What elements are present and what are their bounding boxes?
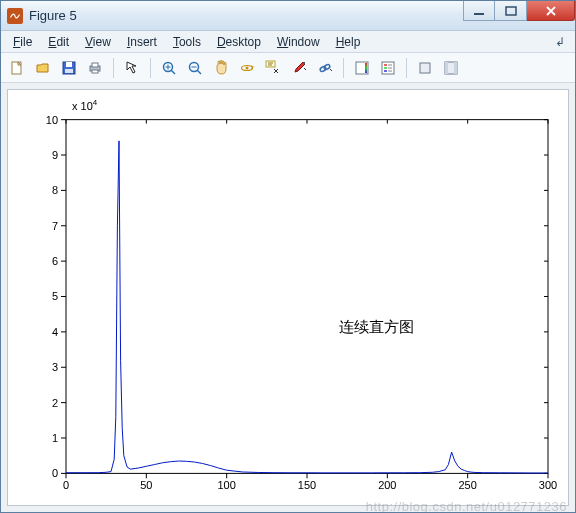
svg-rect-0: [474, 13, 484, 15]
window-title: Figure 5: [29, 8, 77, 23]
svg-rect-8: [92, 70, 98, 73]
svg-line-10: [171, 70, 175, 74]
legend-button[interactable]: [376, 56, 400, 80]
maximize-button[interactable]: [495, 1, 527, 21]
brush-button[interactable]: [287, 56, 311, 80]
menu-insert[interactable]: Insert: [119, 33, 165, 51]
pan-button[interactable]: [209, 56, 233, 80]
svg-rect-27: [365, 63, 367, 73]
rotate-button[interactable]: [235, 56, 259, 80]
toolbar-separator: [113, 58, 114, 78]
x-tick-label: 150: [298, 479, 316, 491]
y-tick-label: 5: [52, 291, 58, 303]
close-button[interactable]: [527, 1, 575, 21]
menu-file[interactable]: File: [5, 33, 40, 51]
y-tick-label: 4: [52, 326, 58, 338]
link-plot-button[interactable]: [313, 56, 337, 80]
chart-annotation: 连续直方图: [339, 319, 414, 335]
x-tick-label: 250: [458, 479, 476, 491]
axis-multiplier: x 104: [72, 98, 98, 112]
title-bar: Figure 5: [1, 1, 575, 31]
series-line: [66, 141, 548, 473]
hide-plot-tools-button[interactable]: [413, 56, 437, 80]
x-tick-label: 300: [539, 479, 557, 491]
app-icon: [7, 8, 23, 24]
toolbar-separator: [343, 58, 344, 78]
svg-rect-18: [266, 61, 275, 67]
minimize-button[interactable]: [463, 1, 495, 21]
y-tick-label: 7: [52, 220, 58, 232]
menu-desktop[interactable]: Desktop: [209, 33, 269, 51]
x-tick-label: 100: [217, 479, 235, 491]
figure-area: 050100150200250300012345678910x 104连续直方图…: [1, 83, 575, 512]
svg-rect-23: [303, 62, 305, 64]
menu-tools[interactable]: Tools: [165, 33, 209, 51]
y-tick-label: 6: [52, 255, 58, 267]
y-tick-label: 2: [52, 397, 58, 409]
toolbar-separator: [406, 58, 407, 78]
y-tick-label: 3: [52, 361, 58, 373]
menu-window[interactable]: Window: [269, 33, 328, 51]
y-tick-label: 0: [52, 467, 58, 479]
save-button[interactable]: [57, 56, 81, 80]
open-file-button[interactable]: [31, 56, 55, 80]
edit-plot-button[interactable]: [120, 56, 144, 80]
svg-rect-7: [92, 63, 98, 67]
show-plot-tools-button[interactable]: [439, 56, 463, 80]
axes-panel[interactable]: 050100150200250300012345678910x 104连续直方图: [7, 89, 569, 506]
print-button[interactable]: [83, 56, 107, 80]
menu-bar: File Edit View Insert Tools Desktop Wind…: [1, 31, 575, 53]
window-controls: [463, 1, 575, 21]
axes-box: [66, 120, 548, 474]
zoom-out-button[interactable]: [183, 56, 207, 80]
svg-line-14: [197, 70, 201, 74]
svg-rect-5: [65, 69, 73, 73]
new-figure-button[interactable]: [5, 56, 29, 80]
svg-rect-37: [445, 62, 448, 74]
x-tick-label: 200: [378, 479, 396, 491]
x-tick-label: 50: [140, 479, 152, 491]
data-cursor-button[interactable]: [261, 56, 285, 80]
x-tick-label: 0: [63, 479, 69, 491]
toolbar-separator: [150, 58, 151, 78]
y-tick-label: 1: [52, 432, 58, 444]
svg-rect-35: [420, 63, 430, 73]
chart-svg: 050100150200250300012345678910x 104连续直方图: [8, 90, 568, 505]
toolbar: [1, 53, 575, 83]
zoom-in-button[interactable]: [157, 56, 181, 80]
colorbar-button[interactable]: [350, 56, 374, 80]
svg-rect-4: [66, 62, 72, 67]
svg-rect-38: [454, 62, 457, 74]
y-tick-label: 10: [46, 114, 58, 126]
svg-point-25: [323, 63, 330, 69]
menu-dock-icon[interactable]: ↲: [549, 35, 571, 49]
svg-rect-1: [506, 7, 516, 15]
menu-view[interactable]: View: [77, 33, 119, 51]
svg-point-17: [246, 66, 249, 69]
y-tick-label: 9: [52, 149, 58, 161]
menu-edit[interactable]: Edit: [40, 33, 77, 51]
menu-help[interactable]: Help: [328, 33, 369, 51]
y-tick-label: 8: [52, 184, 58, 196]
